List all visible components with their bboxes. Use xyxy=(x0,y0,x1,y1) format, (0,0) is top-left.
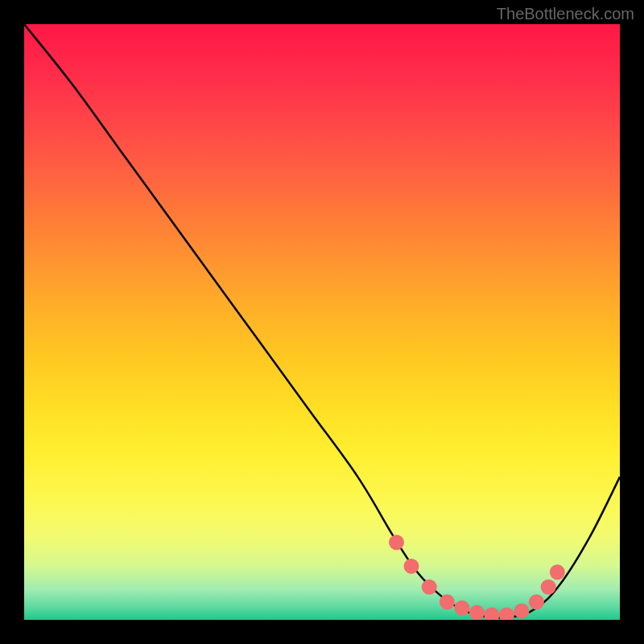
curve-marker xyxy=(422,580,437,595)
watermark-text: TheBottleneck.com xyxy=(497,5,634,23)
curve-marker xyxy=(529,594,544,609)
curve-marker xyxy=(484,608,499,620)
curve-marker xyxy=(454,601,469,616)
chart-plot-area xyxy=(24,24,620,620)
marker-group xyxy=(389,535,565,620)
curve-marker xyxy=(541,580,556,595)
curve-marker xyxy=(499,608,514,620)
curve-marker xyxy=(440,594,455,609)
curve-marker xyxy=(404,559,419,574)
curve-marker xyxy=(550,564,565,580)
curve-marker xyxy=(469,605,485,620)
curve-marker xyxy=(514,603,529,618)
bottleneck-curve-path xyxy=(24,24,620,618)
curve-marker xyxy=(389,535,404,550)
chart-svg xyxy=(24,24,620,620)
